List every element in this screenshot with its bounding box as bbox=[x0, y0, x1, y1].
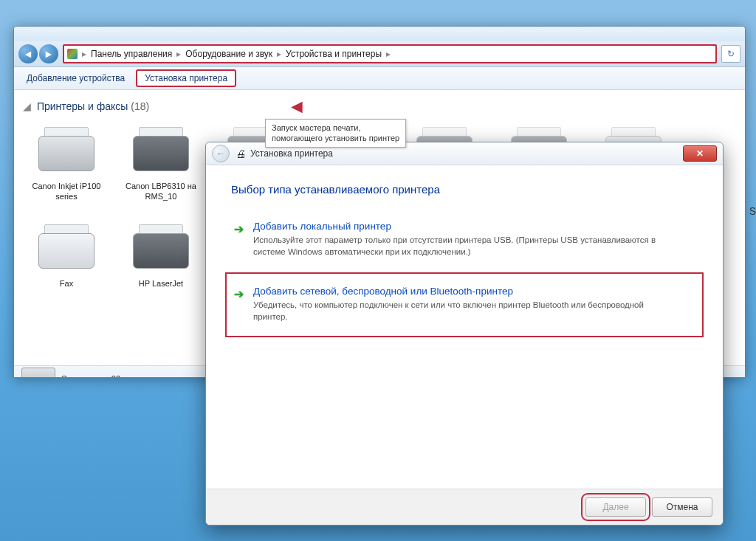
category-count: (18) bbox=[131, 100, 149, 112]
option-description: Убедитесь, что компьютер подключен к сет… bbox=[253, 300, 667, 323]
nav-forward-button[interactable]: ► bbox=[39, 44, 58, 63]
control-panel-icon bbox=[67, 49, 78, 59]
arrow-left-icon: ← bbox=[216, 148, 225, 159]
chevron-down-icon: ◢ bbox=[23, 100, 31, 112]
arrow-right-icon: ► bbox=[44, 48, 54, 60]
option-title: Добавить локальный принтер bbox=[253, 221, 693, 232]
tooltip-line: помогающего установить принтер bbox=[272, 133, 399, 143]
wizard-body: Выбор типа устанавливаемого принтера ➔ Д… bbox=[206, 165, 723, 489]
arrow-right-icon: ➔ bbox=[234, 287, 244, 301]
annotation-arrow-icon: ◄ bbox=[287, 95, 306, 118]
wizard-title-text: Установка принтера bbox=[250, 148, 333, 159]
printer-icon bbox=[124, 217, 198, 275]
printer-label: Canon Inkjet iP100 series bbox=[23, 182, 110, 202]
explorer-titlebar bbox=[14, 27, 745, 41]
refresh-icon: ↻ bbox=[727, 49, 735, 59]
chevron-right-icon: ▸ bbox=[274, 49, 284, 59]
option-description: Используйте этот параметр только при отс… bbox=[253, 235, 667, 258]
breadcrumb-seg-1[interactable]: Панель управления bbox=[91, 49, 172, 59]
cancel-button[interactable]: Отмена bbox=[652, 497, 712, 517]
arrow-right-icon: ➔ bbox=[234, 222, 244, 236]
stray-letter: S bbox=[749, 205, 756, 217]
nav-back-button[interactable]: ◄ bbox=[18, 44, 38, 63]
printer-label: HP LaserJet bbox=[117, 279, 205, 289]
option-local-printer[interactable]: ➔ Добавить локальный принтер Используйте… bbox=[231, 213, 698, 266]
next-button[interactable]: Далее bbox=[585, 497, 646, 517]
printer-icon bbox=[124, 120, 198, 177]
chevron-right-icon: ▸ bbox=[383, 49, 394, 59]
close-icon: ✕ bbox=[696, 148, 704, 159]
status-label: Элементов: bbox=[61, 374, 106, 378]
printer-label: Canon LBP6310 на RMS_10 bbox=[117, 182, 205, 202]
printer-label: Fax bbox=[23, 279, 110, 289]
add-printer-button[interactable]: Установка принтера bbox=[136, 69, 236, 87]
refresh-button[interactable]: ↻ bbox=[721, 45, 740, 63]
add-printer-wizard: ← 🖨 Установка принтера ✕ Выбор типа уста… bbox=[205, 142, 724, 526]
printer-icon: 🖨 bbox=[236, 148, 246, 159]
address-bar[interactable]: ▸ Панель управления ▸ Оборудование и зву… bbox=[63, 44, 717, 63]
wizard-back-button[interactable]: ← bbox=[212, 145, 230, 162]
chevron-right-icon: ▸ bbox=[79, 49, 89, 59]
wizard-footer: Далее Отмена bbox=[206, 489, 723, 525]
address-row: ◄ ► ▸ Панель управления ▸ Оборудование и… bbox=[14, 41, 745, 67]
tooltip: Запуск мастера печати, помогающего устан… bbox=[265, 119, 406, 148]
option-title: Добавить сетевой, беспроводной или Bluet… bbox=[253, 286, 693, 297]
printer-item[interactable]: HP LaserJet bbox=[117, 217, 205, 289]
close-button[interactable]: ✕ bbox=[683, 145, 717, 162]
fax-icon bbox=[30, 217, 103, 275]
arrow-left-icon: ◄ bbox=[23, 48, 33, 60]
category-title: Принтеры и факсы bbox=[37, 100, 128, 112]
breadcrumb-seg-3[interactable]: Устройства и принтеры bbox=[286, 49, 382, 59]
printer-item[interactable]: Canon Inkjet iP100 series bbox=[23, 120, 110, 202]
option-network-printer[interactable]: ➔ Добавить сетевой, беспроводной или Blu… bbox=[231, 278, 698, 331]
chevron-right-icon: ▸ bbox=[173, 49, 184, 59]
printer-icon bbox=[30, 120, 103, 177]
printer-item[interactable]: Fax bbox=[23, 217, 110, 289]
wizard-heading: Выбор типа устанавливаемого принтера bbox=[231, 183, 698, 196]
category-header[interactable]: ◢ Принтеры и факсы (18) bbox=[23, 100, 736, 112]
command-bar: Добавление устройства Установка принтера bbox=[14, 67, 745, 90]
status-thumb-icon bbox=[21, 368, 55, 378]
tooltip-line: Запуск мастера печати, bbox=[272, 123, 399, 133]
add-device-button[interactable]: Добавление устройства bbox=[18, 69, 133, 87]
breadcrumb-seg-2[interactable]: Оборудование и звук bbox=[185, 49, 272, 59]
printer-item[interactable]: Canon LBP6310 на RMS_10 bbox=[117, 120, 205, 202]
status-count: 22 bbox=[111, 374, 120, 378]
